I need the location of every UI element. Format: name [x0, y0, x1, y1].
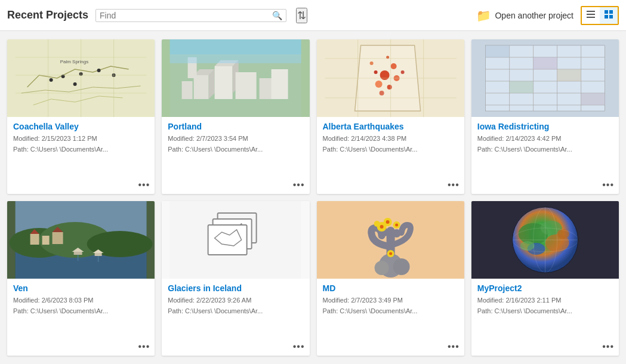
- svg-rect-83: [95, 253, 102, 256]
- card-path-portland: Path: C:\Users\ \Documents\Ar...: [168, 144, 303, 155]
- svg-rect-1: [587, 14, 595, 15]
- more-options-myproject2[interactable]: •••: [602, 341, 614, 352]
- project-card-alberta: Alberta Earthquakes Modified: 2/14/2023 …: [317, 39, 464, 194]
- more-options-iowa[interactable]: •••: [602, 180, 614, 190]
- more-options-glaciers[interactable]: •••: [293, 341, 305, 352]
- svg-point-10: [97, 69, 101, 72]
- projects-grid: Palm Springs Coachella Valley Modified: …: [0, 31, 626, 364]
- card-title-portland[interactable]: Portland: [168, 122, 303, 131]
- icon-glaciers-svg: [162, 201, 309, 279]
- card-footer-md: •••: [317, 340, 464, 356]
- svg-rect-65: [533, 57, 557, 69]
- photo-ven-svg: [7, 201, 155, 279]
- more-options-portland[interactable]: •••: [293, 180, 305, 190]
- svg-rect-32: [272, 69, 288, 99]
- search-box: 🔍: [95, 9, 286, 22]
- svg-rect-5: [605, 15, 608, 18]
- art-md-svg: [317, 201, 464, 279]
- card-body-glaciers: Glaciers in Iceland Modified: 2/22/2023 …: [162, 279, 309, 340]
- card-footer-myproject2: •••: [471, 340, 619, 356]
- more-options-coachella[interactable]: •••: [138, 180, 150, 190]
- list-view-icon: [586, 10, 596, 19]
- card-footer-coachella: •••: [7, 178, 155, 194]
- svg-point-37: [380, 70, 389, 80]
- card-title-alberta[interactable]: Alberta Earthquakes: [323, 122, 458, 131]
- svg-rect-68: [581, 93, 605, 105]
- svg-point-12: [50, 78, 53, 82]
- search-icon: 🔍: [272, 11, 282, 20]
- grid-view-button[interactable]: [600, 7, 618, 24]
- card-path-myproject2: Path: C:\Users\ \Documents\Ar...: [477, 306, 613, 317]
- card-footer-ven: •••: [7, 340, 155, 356]
- more-options-alberta[interactable]: •••: [448, 180, 460, 190]
- svg-rect-78: [53, 232, 63, 244]
- card-body-coachella: Coachella Valley Modified: 2/15/2023 1:1…: [7, 117, 155, 178]
- map-portland-svg: [162, 39, 309, 117]
- page-title: Recent Projects: [7, 9, 88, 21]
- svg-point-40: [387, 85, 391, 90]
- project-card-glaciers: Glaciers in Iceland Modified: 2/22/2023 …: [162, 201, 309, 356]
- svg-rect-25: [215, 66, 233, 99]
- card-title-glaciers[interactable]: Glaciers in Iceland: [168, 283, 303, 293]
- svg-rect-6: [609, 15, 613, 18]
- svg-point-117: [557, 229, 569, 239]
- svg-point-41: [374, 70, 377, 74]
- thumbnail-ven: [7, 201, 155, 279]
- svg-point-45: [369, 61, 373, 65]
- svg-rect-33: [170, 39, 301, 54]
- more-options-ven[interactable]: •••: [138, 341, 150, 352]
- svg-rect-67: [557, 69, 581, 81]
- card-modified-alberta: Modified: 2/14/2023 4:38 PM: [323, 134, 458, 144]
- svg-rect-22: [194, 75, 209, 99]
- search-input[interactable]: [100, 11, 272, 20]
- thumbnail-iowa: [471, 39, 619, 117]
- project-card-iowa: Iowa Redistricting Modified: 2/14/2023 4…: [471, 39, 619, 194]
- svg-rect-34: [170, 54, 301, 63]
- svg-rect-0: [587, 11, 595, 12]
- list-view-button[interactable]: [582, 7, 600, 24]
- open-another-label: Open another project: [495, 11, 573, 20]
- card-body-alberta: Alberta Earthquakes Modified: 2/14/2023 …: [317, 117, 464, 178]
- project-card-myproject2: MyProject2 Modified: 2/16/2023 2:11 PM P…: [471, 201, 619, 356]
- svg-rect-66: [509, 81, 533, 93]
- svg-rect-81: [74, 252, 82, 255]
- map-coachella-svg: Palm Springs: [7, 39, 155, 117]
- open-another-project-button[interactable]: 📁 Open another project: [476, 8, 573, 23]
- card-title-ven[interactable]: Ven: [13, 283, 149, 293]
- project-card-ven: Ven Modified: 2/6/2023 8:03 PM Path: C:\…: [7, 201, 155, 356]
- more-options-md[interactable]: •••: [448, 341, 460, 352]
- card-title-coachella[interactable]: Coachella Valley: [13, 122, 149, 131]
- card-body-myproject2: MyProject2 Modified: 2/16/2023 2:11 PM P…: [471, 279, 619, 340]
- svg-point-43: [379, 91, 384, 95]
- card-modified-glaciers: Modified: 2/22/2023 9:26 AM: [168, 295, 303, 306]
- card-path-glaciers: Path: C:\Users\ \Documents\Ar...: [168, 306, 303, 317]
- card-title-myproject2[interactable]: MyProject2: [477, 283, 613, 293]
- sort-button[interactable]: ⇅: [296, 8, 307, 23]
- thumbnail-coachella: Palm Springs: [7, 39, 155, 117]
- card-footer-alberta: •••: [317, 178, 464, 194]
- svg-point-38: [390, 63, 396, 69]
- thumbnail-alberta: [317, 39, 464, 117]
- svg-point-101: [380, 225, 383, 229]
- svg-point-108: [389, 252, 392, 255]
- card-title-iowa[interactable]: Iowa Redistricting: [477, 122, 613, 131]
- card-body-portland: Portland Modified: 2/7/2023 3:54 PM Path…: [162, 117, 309, 178]
- map-alberta-svg: [317, 39, 464, 117]
- thumbnail-portland: [162, 39, 309, 117]
- card-footer-portland: •••: [162, 178, 309, 194]
- svg-point-13: [73, 82, 77, 86]
- project-card-md: MD Modified: 2/7/2023 3:49 PM Path: C:\U…: [317, 201, 464, 356]
- card-path-ven: Path: C:\Users\ \Documents\Ar...: [13, 306, 149, 317]
- card-body-iowa: Iowa Redistricting Modified: 2/14/2023 4…: [471, 117, 619, 178]
- card-footer-glaciers: •••: [162, 340, 309, 356]
- card-title-md[interactable]: MD: [323, 283, 458, 293]
- card-path-iowa: Path: C:\Users\ \Documents\Ar...: [477, 144, 613, 155]
- grid-view-icon: [604, 10, 613, 19]
- map-iowa-svg: [471, 39, 619, 117]
- card-modified-coachella: Modified: 2/15/2023 1:12 PM: [13, 134, 149, 144]
- svg-rect-30: [260, 78, 273, 99]
- card-body-ven: Ven Modified: 2/6/2023 8:03 PM Path: C:\…: [7, 279, 155, 340]
- thumbnail-md: [317, 201, 464, 279]
- svg-rect-2: [587, 17, 595, 18]
- svg-point-39: [375, 81, 382, 88]
